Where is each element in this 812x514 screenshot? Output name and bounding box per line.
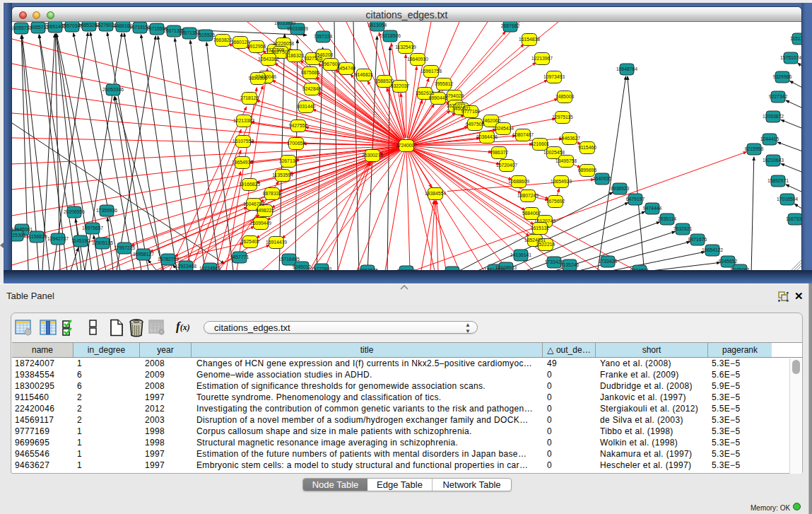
svg-text:10224563: 10224563 bbox=[199, 266, 220, 270]
svg-text:17957225: 17957225 bbox=[114, 245, 135, 250]
svg-text:12213383: 12213383 bbox=[233, 118, 254, 123]
svg-text:19654933: 19654933 bbox=[232, 160, 253, 165]
svg-text:12975115: 12975115 bbox=[552, 115, 573, 119]
svg-text:13495758: 13495758 bbox=[555, 158, 577, 163]
svg-text:9457771: 9457771 bbox=[230, 255, 249, 259]
svg-text:16961758: 16961758 bbox=[420, 69, 442, 74]
svg-text:12213967: 12213967 bbox=[531, 56, 553, 61]
svg-text:15692971: 15692971 bbox=[767, 178, 789, 183]
svg-text:9427552: 9427552 bbox=[289, 123, 308, 128]
svg-text:1151204: 1151204 bbox=[790, 36, 801, 41]
svg-text:17240007: 17240007 bbox=[396, 143, 417, 148]
svg-text:9777169: 9777169 bbox=[461, 109, 481, 114]
svg-text:15716485: 15716485 bbox=[278, 257, 300, 262]
svg-text:18807249: 18807249 bbox=[517, 193, 539, 198]
svg-text:13645061: 13645061 bbox=[12, 227, 33, 232]
svg-text:16120746: 16120746 bbox=[534, 218, 555, 223]
svg-text:7675692: 7675692 bbox=[546, 199, 565, 204]
svg-text:16107553: 16107553 bbox=[233, 139, 254, 144]
svg-text:11325419: 11325419 bbox=[395, 45, 416, 49]
svg-text:6794023: 6794023 bbox=[445, 93, 464, 98]
svg-text:8471676: 8471676 bbox=[688, 237, 707, 242]
svg-text:5322037: 5322037 bbox=[391, 83, 410, 88]
svg-text:25300275: 25300275 bbox=[362, 153, 383, 158]
svg-text:3267130: 3267130 bbox=[279, 158, 298, 163]
svg-text:12905135: 12905135 bbox=[92, 240, 113, 245]
svg-text:9227342: 9227342 bbox=[769, 94, 788, 99]
svg-text:14136141: 14136141 bbox=[510, 252, 531, 257]
svg-text:1700654: 1700654 bbox=[287, 141, 306, 146]
svg-text:12942737: 12942737 bbox=[47, 236, 69, 241]
svg-text:9135246: 9135246 bbox=[560, 262, 579, 267]
svg-text:15720407: 15720407 bbox=[496, 163, 517, 168]
svg-text:9242848: 9242848 bbox=[302, 86, 322, 91]
svg-text:9146821: 9146821 bbox=[355, 72, 374, 77]
svg-text:16782759: 16782759 bbox=[158, 257, 179, 262]
svg-text:19218506: 19218506 bbox=[379, 33, 401, 38]
svg-text:9324501: 9324501 bbox=[630, 268, 649, 270]
svg-text:20206556: 20206556 bbox=[64, 209, 85, 214]
svg-text:10807487: 10807487 bbox=[512, 132, 534, 137]
svg-text:8938923: 8938923 bbox=[611, 186, 630, 191]
svg-text:7462060: 7462060 bbox=[482, 118, 501, 123]
svg-text:21441152: 21441152 bbox=[442, 269, 463, 270]
svg-text:10867825: 10867825 bbox=[357, 268, 378, 270]
svg-text:9245652: 9245652 bbox=[719, 259, 738, 264]
svg-text:13108603: 13108603 bbox=[495, 265, 517, 270]
svg-text:7357224: 7357224 bbox=[314, 34, 333, 39]
svg-text:6479197: 6479197 bbox=[626, 197, 645, 201]
svg-text:19384554: 19384554 bbox=[425, 191, 446, 196]
svg-text:9115460: 9115460 bbox=[578, 145, 596, 150]
svg-text:1733426: 1733426 bbox=[599, 259, 618, 264]
svg-text:1244415: 1244415 bbox=[760, 136, 779, 141]
svg-text:12093872: 12093872 bbox=[763, 114, 784, 119]
svg-text:10975657: 10975657 bbox=[82, 226, 103, 230]
svg-text:9419610: 9419610 bbox=[397, 269, 416, 270]
svg-text:7625402: 7625402 bbox=[241, 239, 260, 244]
svg-text:1588520: 1588520 bbox=[375, 78, 394, 83]
svg-text:9329966: 9329966 bbox=[773, 74, 792, 79]
svg-text:9245093: 9245093 bbox=[731, 267, 750, 270]
svg-text:2718126: 2718126 bbox=[240, 95, 259, 100]
svg-text:11156829: 11156829 bbox=[26, 234, 47, 239]
svg-text:17016504: 17016504 bbox=[777, 197, 798, 201]
svg-text:1615132: 1615132 bbox=[531, 226, 550, 230]
svg-text:8875685: 8875685 bbox=[301, 70, 320, 75]
svg-text:14463627: 14463627 bbox=[559, 136, 580, 141]
svg-text:8186323: 8186323 bbox=[286, 53, 305, 58]
svg-text:9474444: 9474444 bbox=[643, 206, 662, 211]
svg-text:5498222: 5498222 bbox=[256, 208, 275, 213]
svg-text:8878332: 8878332 bbox=[263, 191, 282, 196]
svg-text:10958127: 10958127 bbox=[133, 252, 154, 257]
svg-text:26053346: 26053346 bbox=[102, 87, 124, 92]
svg-text:16914479: 16914479 bbox=[266, 240, 287, 245]
svg-text:3915301: 3915301 bbox=[12, 233, 25, 238]
svg-text:7515526: 7515526 bbox=[196, 33, 216, 37]
svg-text:19166825: 19166825 bbox=[239, 182, 260, 187]
svg-text:6216601: 6216601 bbox=[531, 141, 550, 146]
svg-text:2687682: 2687682 bbox=[501, 23, 520, 28]
svg-text:20364436: 20364436 bbox=[476, 134, 498, 139]
svg-text:26099449: 26099449 bbox=[250, 221, 271, 226]
svg-text:7632621: 7632621 bbox=[673, 226, 693, 231]
svg-text:2935114: 2935114 bbox=[658, 216, 676, 221]
svg-text:16210643: 16210643 bbox=[763, 158, 784, 163]
svg-text:1145190: 1145190 bbox=[71, 238, 90, 243]
svg-text:6899695: 6899695 bbox=[578, 168, 597, 173]
svg-text:8215958: 8215958 bbox=[745, 146, 764, 151]
svg-text:19727801: 19727801 bbox=[311, 267, 332, 270]
svg-text:8031440: 8031440 bbox=[297, 104, 316, 109]
svg-text:5912954: 5912954 bbox=[247, 44, 266, 49]
svg-text:12923468: 12923468 bbox=[175, 264, 196, 269]
svg-text:1562615: 1562615 bbox=[416, 90, 435, 95]
svg-text:11353594: 11353594 bbox=[272, 173, 293, 177]
svg-text:17359936: 17359936 bbox=[96, 208, 117, 213]
svg-text:10654122: 10654122 bbox=[702, 247, 723, 252]
svg-text:13654923: 13654923 bbox=[551, 179, 572, 184]
svg-text:10543362: 10543362 bbox=[258, 57, 279, 62]
svg-text:10025458: 10025458 bbox=[543, 150, 565, 155]
svg-text:10648764: 10648764 bbox=[616, 66, 637, 71]
svg-text:10033809: 10033809 bbox=[287, 26, 308, 31]
svg-text:8813054: 8813054 bbox=[368, 23, 387, 28]
svg-text:15751074: 15751074 bbox=[780, 55, 801, 60]
